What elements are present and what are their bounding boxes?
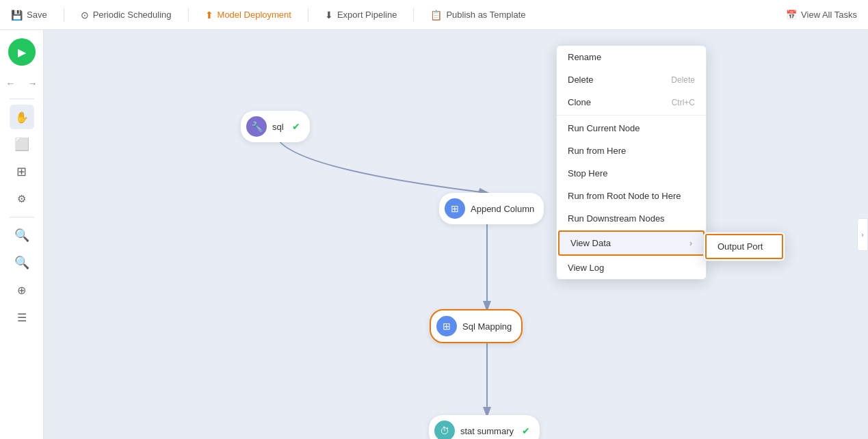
stat-summary-node-check: ✔ (522, 425, 530, 436)
zoom-out-icon: 🔍 (14, 255, 29, 270)
back-button[interactable]: ← (1, 74, 21, 93)
hand-tool[interactable]: ✋ (10, 105, 34, 129)
clone-label: Clone (568, 97, 591, 107)
view-log-label: View Log (568, 263, 604, 273)
view-data-submenu: Output Port (703, 232, 785, 261)
list-view-icon: ☰ (17, 311, 27, 324)
stat-summary-node[interactable]: ⏱ stat summary ✔ (429, 415, 540, 439)
sql-node-icon: 🔧 (246, 116, 267, 137)
select-icon: ⬜ (14, 137, 29, 152)
run-downstream-label: Run Downstream Nodes (568, 213, 665, 224)
append-column-node-label: Append Column (471, 204, 534, 214)
context-delete[interactable]: Delete Delete (557, 68, 706, 91)
clone-shortcut: Ctrl+C (672, 98, 695, 107)
nav-row: ← → (1, 74, 42, 93)
save-icon: 💾 (11, 10, 23, 21)
config-icon: ⚙ (17, 193, 26, 205)
sql-mapping-node-label: Sql Mapping (462, 321, 512, 332)
toolbar-divider-1 (64, 8, 64, 22)
run-from-root-label: Run from Root Node to Here (568, 191, 681, 201)
toolbar-divider-4 (413, 8, 414, 22)
context-view-log[interactable]: View Log (557, 256, 706, 279)
scheduling-icon: ⊙ (81, 10, 89, 21)
sql-mapping-node[interactable]: ⊞ Sql Mapping (430, 309, 523, 343)
save-button[interactable]: 💾 Save (11, 10, 47, 21)
fit-view-button[interactable]: ⊕ (10, 278, 34, 302)
forward-button[interactable]: → (23, 74, 42, 93)
canvas[interactable]: 🔧 sql ✔ ⊞ Append Column ⊞ Sql Mapping ⏱ … (44, 30, 868, 439)
delete-shortcut: Delete (671, 75, 695, 85)
list-view-button[interactable]: ☰ (10, 305, 34, 330)
layout-tool[interactable]: ⊞ (10, 159, 34, 184)
zoom-in-icon: 🔍 (14, 228, 29, 243)
layout-icon: ⊞ (16, 164, 27, 179)
zoom-in-button[interactable]: 🔍 (10, 223, 34, 248)
run-current-label: Run Current Node (568, 123, 640, 133)
sql-node-label: sql (272, 122, 284, 132)
output-port-label: Output Port (718, 241, 763, 252)
hand-icon: ✋ (15, 111, 29, 124)
sidebar-divider-1 (10, 98, 34, 99)
context-clone[interactable]: Clone Ctrl+C (557, 91, 706, 114)
main-area: ▶ ← → ✋ ⬜ ⊞ ⚙ 🔍 🔍 ⊕ ☰ (0, 30, 868, 439)
rename-label: Rename (568, 52, 601, 62)
view-all-tasks-button[interactable]: 📅 View All Tasks (786, 10, 857, 20)
context-run-current[interactable]: Run Current Node (557, 117, 706, 139)
context-run-from-root[interactable]: Run from Root Node to Here (557, 185, 706, 207)
stat-summary-node-label: stat summary (460, 426, 514, 436)
run-icon: ▶ (18, 46, 26, 59)
scheduling-button[interactable]: ⊙ Periodic Scheduling (81, 10, 172, 21)
view-all-tasks-icon: 📅 (786, 10, 797, 20)
sql-node-check: ✔ (292, 121, 300, 132)
export-icon: ⬇ (325, 10, 333, 21)
sql-node[interactable]: 🔧 sql ✔ (241, 111, 310, 142)
deployment-icon: ⬆ (205, 10, 213, 21)
context-run-from-here[interactable]: Run from Here (557, 139, 706, 162)
stat-summary-node-icon: ⏱ (434, 421, 455, 439)
run-from-here-label: Run from Here (568, 146, 626, 156)
view-data-arrow: › (689, 239, 692, 248)
config-tool[interactable]: ⚙ (10, 187, 34, 211)
context-run-downstream[interactable]: Run Downstream Nodes (557, 207, 706, 230)
context-view-data[interactable]: View Data › Output Port (558, 230, 705, 256)
fit-view-icon: ⊕ (17, 284, 26, 297)
delete-label: Delete (568, 75, 594, 85)
context-menu: Rename Delete Delete Clone Ctrl+C Run Cu… (556, 45, 707, 280)
toolbar-divider-3 (308, 8, 308, 22)
stop-here-label: Stop Here (568, 168, 608, 178)
context-rename[interactable]: Rename (557, 46, 706, 68)
context-separator-1 (557, 115, 706, 116)
view-data-label: View Data (570, 238, 611, 248)
output-port-option[interactable]: Output Port (705, 234, 783, 259)
append-column-node-icon: ⊞ (445, 198, 465, 219)
select-tool[interactable]: ⬜ (10, 132, 34, 157)
append-column-node[interactable]: ⊞ Append Column (439, 193, 544, 224)
context-stop-here[interactable]: Stop Here (557, 162, 706, 185)
toolbar: 💾 Save ⊙ Periodic Scheduling ⬆ Model Dep… (0, 0, 868, 30)
sql-mapping-node-icon: ⊞ (436, 316, 457, 336)
sidebar-divider-2 (10, 217, 34, 217)
deployment-button[interactable]: ⬆ Model Deployment (205, 10, 291, 21)
publish-icon: 📋 (430, 10, 442, 21)
toolbar-divider-2 (188, 8, 189, 22)
left-sidebar: ▶ ← → ✋ ⬜ ⊞ ⚙ 🔍 🔍 ⊕ ☰ (0, 30, 44, 439)
zoom-out-button[interactable]: 🔍 (10, 250, 34, 275)
export-button[interactable]: ⬇ Export Pipeline (325, 10, 397, 21)
run-button[interactable]: ▶ (8, 38, 36, 66)
collapse-icon: › (861, 231, 863, 239)
publish-button[interactable]: 📋 Publish as Template (430, 10, 525, 21)
collapse-handle[interactable]: › (857, 218, 868, 251)
